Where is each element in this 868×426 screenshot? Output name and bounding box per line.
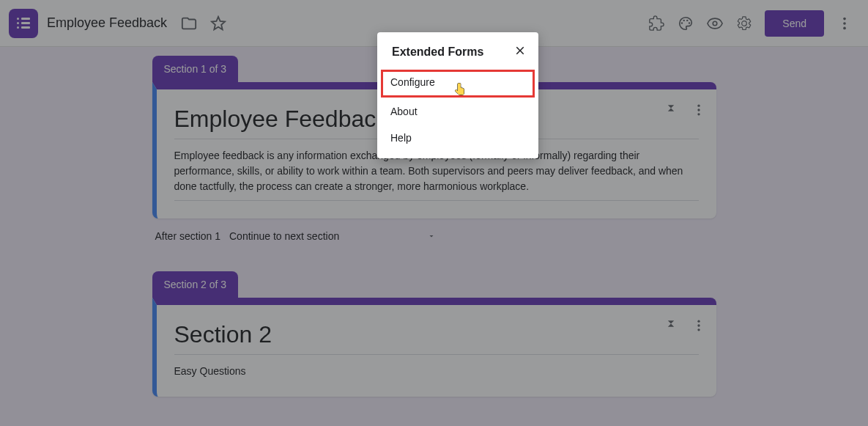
extended-forms-popover: Extended Forms Configure About Help: [377, 32, 538, 158]
popover-item-configure[interactable]: Configure: [380, 69, 535, 98]
popover-item-about[interactable]: About: [377, 98, 538, 125]
popover-item-help[interactable]: Help: [377, 125, 538, 151]
close-icon[interactable]: [513, 44, 527, 60]
popover-title: Extended Forms: [392, 45, 483, 59]
